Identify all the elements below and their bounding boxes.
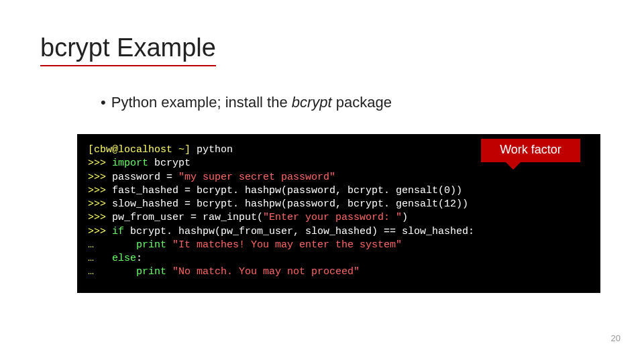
code-text: bcrypt [154, 158, 191, 169]
string-literal: "It matches! You may enter the system" [172, 239, 402, 251]
bullet-italic: bcrypt [292, 94, 332, 111]
callout-label: Work factor [481, 139, 580, 162]
code-text: slow_hashed = bcrypt. hashpw(password, b… [112, 198, 468, 210]
py-prompt: >>> [88, 185, 112, 196]
keyword: import [112, 158, 154, 169]
code-line-3: >>> password = "my super secret password… [88, 171, 590, 184]
string-literal: "Enter your password: " [263, 212, 402, 223]
shell-prompt: [cbw@localhost ~] [88, 144, 197, 156]
code-text: fast_hashed = bcrypt. hashpw(password, b… [112, 185, 462, 196]
py-prompt: >>> [88, 212, 112, 223]
py-prompt: >>> [88, 172, 112, 183]
slide-title: bcrypt Example [40, 34, 216, 66]
code-line-8: … print "It matches! You may enter the s… [88, 239, 590, 252]
py-prompt: >>> [88, 226, 112, 237]
py-prompt: >>> [88, 198, 112, 210]
code-text: ) [402, 212, 408, 223]
code-line-10: … print "No match. You may not proceed" [88, 265, 590, 279]
string-literal: "No match. You may not proceed" [172, 266, 360, 278]
code-line-5: >>> slow_hashed = bcrypt. hashpw(passwor… [88, 198, 590, 211]
page-number: 20 [611, 333, 621, 343]
code-text: : [136, 253, 142, 264]
keyword: else [112, 253, 136, 264]
keyword: print [136, 239, 172, 251]
cont-prompt: … [88, 266, 136, 278]
bullet-marker: • [101, 94, 106, 111]
cont-prompt: … [88, 239, 136, 251]
code-line-7: >>> if bcrypt. hashpw(pw_from_user, slow… [88, 225, 590, 239]
code-line-9: … else: [88, 252, 590, 265]
keyword: print [136, 266, 172, 278]
cont-prompt: … [88, 253, 112, 264]
code-text: bcrypt. hashpw(pw_from_user, slow_hashed… [130, 226, 474, 237]
code-line-6: >>> pw_from_user = raw_input("Enter your… [88, 211, 590, 225]
py-prompt: >>> [88, 158, 112, 169]
bullet-prefix: Python example; install the [111, 94, 292, 111]
shell-cmd: python [197, 144, 233, 156]
code-line-4: >>> fast_hashed = bcrypt. hashpw(passwor… [88, 184, 590, 198]
bullet-line: •Python example; install the bcrypt pack… [101, 94, 392, 111]
code-text: pw_from_user = raw_input( [112, 212, 263, 223]
code-text: password = [112, 172, 178, 183]
string-literal: "my super secret password" [178, 172, 335, 183]
bullet-suffix: package [332, 94, 392, 111]
keyword: if [112, 226, 130, 237]
